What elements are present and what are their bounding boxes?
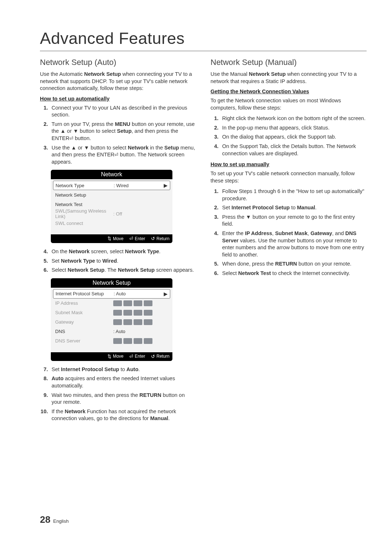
step-item: Use the ▲ or ▼ button to select Network … <box>49 144 196 166</box>
osd-row-swl: SWL(Samsung Wireless Link) : Off <box>53 209 170 218</box>
step-item: If the Network Function has not acquired… <box>49 408 196 422</box>
osd-row-network-setup[interactable]: Network Setup <box>53 190 170 200</box>
section-heading-auto: Network Setup (Auto) <box>40 58 196 67</box>
ip-field <box>113 300 152 306</box>
title-divider <box>40 51 367 51</box>
intro-manual: Use the Manual Network Setup when connec… <box>211 71 367 85</box>
step-item: Select Network Setup. The Network Setup … <box>49 267 196 274</box>
enter-icon: ⏎ <box>114 152 118 157</box>
step-item: Auto acquires and enters the needed Inte… <box>49 375 196 389</box>
section-heading-manual: Network Setup (Manual) <box>211 58 367 67</box>
steps-get-values: Right click the Network icon on the bott… <box>211 115 367 157</box>
osd-footer: ⇅Move ⏎Enter ↺Return <box>51 352 172 361</box>
step-item: Follow Steps 1 through 6 in the "How to … <box>220 188 367 202</box>
osd-row-ip-address: IP Address <box>53 299 170 308</box>
osd-row-subnet: Subnet Mask <box>53 308 170 317</box>
step-item: Select Network Test to check the Interne… <box>220 270 367 277</box>
step-item: On the Network screen, select Network Ty… <box>49 248 196 255</box>
steps-auto-3: Set Internet Protocol Setup to Auto. Aut… <box>40 366 196 422</box>
step-item: Set Network Type to Wired. <box>49 258 196 265</box>
para: To get the Network connection values on … <box>211 97 367 111</box>
para: To set up your TV's cable network connec… <box>211 170 367 184</box>
osd-row-dns-server: DNS Server <box>53 336 170 346</box>
ip-field <box>113 310 152 316</box>
step-item: When done, press the RETURN button on yo… <box>220 260 367 268</box>
left-column: Network Setup (Auto) Use the Automatic N… <box>40 58 196 427</box>
caret-right-icon: ▶ <box>139 182 168 188</box>
manual-page: Advanced Features Network Setup (Auto) U… <box>0 0 392 441</box>
subhead-manual: How to set up manually <box>211 161 367 167</box>
two-column-layout: Network Setup (Auto) Use the Automatic N… <box>40 58 367 427</box>
step-item: Set Internet Protocol Setup to Auto. <box>49 366 196 373</box>
osd-row-network-type[interactable]: Network Type : Wired ▶ <box>53 181 170 190</box>
page-number: 28 <box>40 514 50 525</box>
osd-row-dns[interactable]: DNS : Auto <box>53 327 170 336</box>
steps-manual: Follow Steps 1 through 6 in the "How to … <box>211 188 367 277</box>
osd-network: Network Network Type : Wired ▶ Network S… <box>51 170 172 243</box>
osd-body: Network Type : Wired ▶ Network Setup Net… <box>51 179 172 234</box>
step-item: Wait two minutes, and then press the RET… <box>49 392 196 406</box>
osd-row-gateway: Gateway <box>53 317 170 327</box>
step-item: In the pop-up menu that appears, click S… <box>220 124 367 132</box>
steps-auto-1: Connect your TV to your LAN as described… <box>40 104 196 166</box>
step-item: Enter the IP Address, Subnet Mask, Gatew… <box>220 230 367 258</box>
osd-row-network-test[interactable]: Network Test <box>53 200 170 209</box>
footer-lang: English <box>53 518 69 524</box>
page-footer: 28 English <box>40 514 69 525</box>
step-item: Right click the Network icon on the bott… <box>220 115 367 122</box>
caret-right-icon: ▶ <box>139 291 168 297</box>
osd-row-ip-setup[interactable]: Internet Protocol Setup : Auto ▶ <box>53 289 170 299</box>
osd-network-setup: Network Setup Internet Protocol Setup : … <box>51 278 172 361</box>
intro-auto: Use the Automatic Network Setup when con… <box>40 71 196 92</box>
steps-auto-2: On the Network screen, select Network Ty… <box>40 248 196 274</box>
osd-title: Network Setup <box>51 278 172 288</box>
osd-row-swl-connect: SWL connect <box>53 218 170 228</box>
enter-icon: ⏎ <box>129 354 133 359</box>
step-item: Set Internet Protocol Setup to Manual. <box>220 204 367 212</box>
osd-title: Network <box>51 170 172 179</box>
updown-icon: ⇅ <box>107 236 111 241</box>
enter-icon: ⏎ <box>69 136 73 141</box>
enter-icon: ⏎ <box>129 236 133 241</box>
step-item: On the dialog that appears, click the Su… <box>220 134 367 141</box>
step-item: Connect your TV to your LAN as described… <box>49 104 196 119</box>
updown-icon: ⇅ <box>107 354 111 359</box>
step-item: On the Support Tab, click the Details bu… <box>220 143 367 157</box>
page-title: Advanced Features <box>40 29 367 48</box>
right-column: Network Setup (Manual) Use the Manual Ne… <box>211 58 367 427</box>
return-icon: ↺ <box>151 236 155 241</box>
step-item: Turn on your TV, press the MENU button o… <box>49 121 196 142</box>
step-item: Press the ▼ button on your remote to go … <box>220 214 367 228</box>
osd-footer: ⇅Move ⏎Enter ↺Return <box>51 234 172 243</box>
return-icon: ↺ <box>151 354 155 359</box>
osd-body: Internet Protocol Setup : Auto ▶ IP Addr… <box>51 288 172 352</box>
subhead-get-values: Getting the Network Connection Values <box>211 89 367 94</box>
ip-field <box>113 319 152 325</box>
ip-field <box>113 338 152 344</box>
subhead-auto: How to set up automatically <box>40 96 196 102</box>
